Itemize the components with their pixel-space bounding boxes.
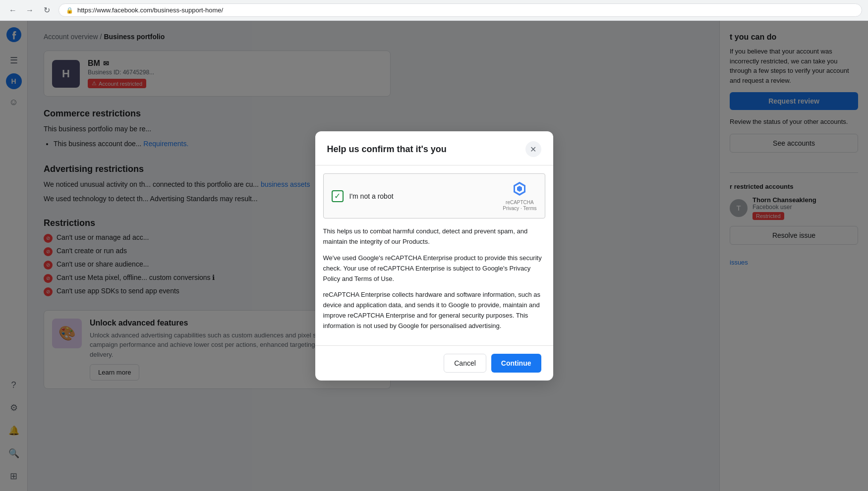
captcha-right: reCAPTCHA Privacy · Terms: [503, 181, 536, 211]
modal-body: ✓ I'm not a robot reCAPTCHA Privacy: [315, 165, 553, 345]
recaptcha-links: Privacy · Terms: [503, 206, 536, 211]
reload-button[interactable]: ↻: [40, 3, 54, 17]
captcha-modal: Help us confirm that it's you ✕ ✓ I'm no…: [315, 131, 553, 380]
modal-header: Help us confirm that it's you ✕: [315, 131, 553, 165]
modal-text-1: This helps us to combat harmful conduct,…: [323, 226, 545, 247]
modal-text-2: We've used Google's reCAPTCHA Enterprise…: [323, 253, 545, 284]
recaptcha-brand: reCAPTCHA: [503, 200, 536, 206]
recaptcha-logo: [503, 181, 536, 200]
captcha-label: I'm not a robot: [349, 192, 394, 200]
continue-button[interactable]: Continue: [491, 354, 541, 373]
modal-close-button[interactable]: ✕: [525, 141, 541, 157]
lock-icon: 🔒: [66, 7, 73, 14]
browser-chrome: ← → ↻ 🔒 https://www.facebook.com/busines…: [0, 0, 868, 21]
captcha-left: ✓ I'm not a robot: [332, 190, 394, 202]
privacy-link[interactable]: Privacy: [503, 206, 519, 211]
forward-button[interactable]: →: [23, 3, 37, 17]
url-text: https://www.facebook.com/business-suppor…: [77, 6, 223, 14]
cancel-button[interactable]: Cancel: [444, 354, 486, 373]
modal-text-area: This helps us to combat harmful conduct,…: [315, 226, 553, 345]
captcha-checkbox[interactable]: ✓: [332, 190, 344, 202]
modal-text-3: reCAPTCHA Enterprise collects hardware a…: [323, 290, 545, 331]
nav-buttons: ← → ↻: [6, 3, 54, 17]
address-bar[interactable]: 🔒 https://www.facebook.com/business-supp…: [58, 3, 862, 17]
modal-title: Help us confirm that it's you: [327, 144, 447, 155]
captcha-box[interactable]: ✓ I'm not a robot reCAPTCHA Privacy: [323, 173, 545, 218]
terms-link[interactable]: Terms: [523, 206, 536, 211]
modal-overlay[interactable]: Help us confirm that it's you ✕ ✓ I'm no…: [0, 21, 868, 491]
back-button[interactable]: ←: [6, 3, 20, 17]
modal-footer: Cancel Continue: [315, 345, 553, 381]
